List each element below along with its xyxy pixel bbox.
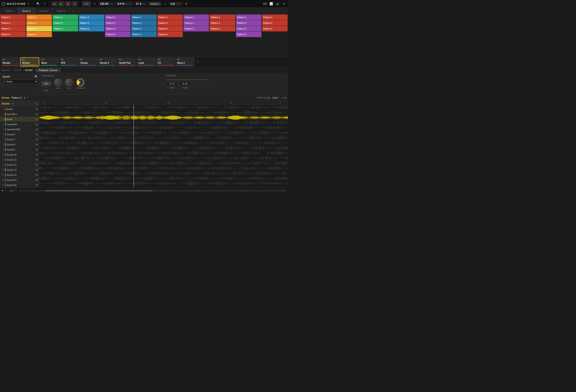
pattern-cell-0-1[interactable]: Pattern 2: [0, 20, 26, 26]
scroll-left-icon[interactable]: ◀: [23, 97, 25, 99]
sound-row-2[interactable]: 3 Synth: [0, 117, 39, 122]
group-tab-f1[interactable]: F1 Vocals 2: [98, 57, 117, 67]
sound-row-15[interactable]: 16 Sound 16: [0, 183, 39, 188]
pattern-cell-10-1[interactable]: Pattern 2: [262, 20, 288, 26]
pattern-cell-4-1[interactable]: Pattern 2: [105, 20, 131, 26]
pattern-cell-5-3[interactable]: Pattern 4: [131, 32, 157, 37]
sound-list-scroll[interactable]: ≡: [36, 102, 37, 105]
sound-row-14[interactable]: 15 Sound 15: [0, 177, 39, 183]
bpm-value[interactable]: 120.00: [100, 2, 108, 5]
pattern-cell-7-0[interactable]: Pattern 1: [183, 15, 209, 20]
scene-name[interactable]: Scene 2: [148, 2, 161, 6]
search-icon[interactable]: 🔍: [35, 75, 38, 78]
timeline-scrollbar[interactable]: [19, 190, 286, 192]
pattern-cell-6-3[interactable]: Pattern 4: [157, 32, 183, 37]
add-group-button[interactable]: +: [195, 60, 201, 64]
pattern-cell-2-1[interactable]: Pattern 2: [53, 20, 78, 26]
pattern-cell-1-3[interactable]: Pattern 4: [26, 32, 52, 37]
settings-button[interactable]: ⚙: [184, 1, 189, 6]
scene-tab-4[interactable]: Scene 4: [52, 8, 69, 14]
ni-button[interactable]: N: [281, 1, 286, 6]
loop-button[interactable]: ↺: [72, 1, 78, 6]
pattern-cell-9-1[interactable]: Pattern 2: [236, 20, 261, 26]
sound-row-11[interactable]: 12 Sound 12: [0, 162, 39, 167]
scene-tab-2[interactable]: Scene 2: [18, 8, 35, 14]
grid-icon[interactable]: ⠿: [27, 97, 28, 99]
group-tab-c1[interactable]: C1 Bass: [40, 57, 58, 67]
layout-button[interactable]: ▭: [163, 1, 168, 6]
tune-knob[interactable]: [65, 79, 73, 86]
master-tab[interactable]: MASTER: [2, 69, 11, 71]
group-tab-label[interactable]: GROUP: [14, 69, 22, 71]
pattern-cell-0-0[interactable]: Pattern 1: [0, 15, 26, 20]
sound-row-1[interactable]: 2 Kick 808 1: [0, 112, 39, 117]
pattern-cell-2-2[interactable]: Pattern 3: [53, 26, 78, 31]
pattern-cell-0-2[interactable]: Pattern 3: [0, 26, 26, 31]
cpu-button[interactable]: 📊: [269, 1, 274, 6]
pattern-cell-3-0[interactable]: Pattern 1: [79, 15, 104, 20]
grid-value-bottom[interactable]: 1/16: [9, 190, 13, 192]
add-scene-button[interactable]: +: [70, 8, 77, 14]
group-tab-g1[interactable]: G1 Synth Pad: [117, 57, 136, 67]
power-button[interactable]: ⏻: [275, 1, 280, 6]
mode-button[interactable]: Gate: [42, 81, 51, 86]
mixer-button[interactable]: ⠿: [42, 1, 47, 6]
group-tab-e1[interactable]: E1 Vocals: [78, 57, 97, 67]
pattern-cell-8-3[interactable]: [210, 32, 235, 37]
pitchbend-knob[interactable]: [77, 79, 84, 86]
sound-row-5[interactable]: 6 Sound 6: [0, 132, 39, 137]
group-tab-b2[interactable]: B2 Bass 2: [175, 57, 194, 67]
pattern-cell-5-0[interactable]: Pattern 1: [131, 15, 157, 20]
playback-source-tab[interactable]: Playback / Source: [36, 68, 60, 72]
pattern-cell-8-0[interactable]: Pattern 1: [210, 15, 235, 20]
pattern-cell-3-3[interactable]: [79, 32, 104, 37]
fade-knob[interactable]: [54, 79, 62, 86]
sound-row-4[interactable]: 5 OpenHH 808: [0, 127, 39, 132]
pattern-cell-7-2[interactable]: Pattern 3: [183, 26, 209, 31]
length-value[interactable]: 16.00: [179, 82, 191, 86]
sig-value[interactable]: 4 / 4: [136, 2, 141, 5]
sound-row-6[interactable]: 7 Sound 7: [0, 137, 39, 142]
grid-value[interactable]: 1/16: [170, 2, 175, 5]
pattern-cell-8-1[interactable]: Pattern 2: [210, 20, 235, 26]
link-button[interactable]: LINK: [82, 1, 91, 6]
group-tab-d1[interactable]: D1 SFX: [59, 57, 78, 67]
pattern-cell-6-0[interactable]: Pattern 1: [157, 15, 183, 20]
app-version-arrow[interactable]: ▼: [27, 2, 29, 5]
pattern-cell-10-2[interactable]: Pattern 3: [262, 26, 288, 31]
pattern-cell-1-2[interactable]: Pattern 2: [26, 26, 52, 31]
pattern-cell-2-0[interactable]: Pattern 1: [53, 15, 78, 20]
pattern-cell-4-2[interactable]: Pattern 3: [105, 26, 131, 31]
pattern-cell-6-2[interactable]: Pattern 2: [157, 26, 183, 31]
pattern-cell-8-2[interactable]: Pattern 3: [210, 26, 235, 31]
select-tool[interactable]: ⬚: [5, 189, 7, 192]
record-button[interactable]: ⏺: [65, 1, 71, 6]
waveform-canvas[interactable]: [39, 105, 288, 188]
sound-row-13[interactable]: 14 Sound 14: [0, 172, 39, 177]
sound-row-0[interactable]: 1 Break: [0, 107, 39, 112]
sound-row-9[interactable]: 10 Sound 10: [0, 152, 39, 157]
keyboard-button[interactable]: ⌨: [262, 1, 267, 6]
pattern-cell-10-0[interactable]: Pattern 1: [262, 15, 288, 20]
sound-row-10[interactable]: 11 Sound 11: [0, 157, 39, 162]
pattern-cell-4-0[interactable]: Pattern 1: [105, 15, 131, 20]
group-tab-a1[interactable]: A1 Breaks: [1, 57, 20, 67]
group-tab-b1[interactable]: B1 Drums: [20, 57, 39, 67]
pattern-cell-9-3[interactable]: Pattern 4: [236, 32, 261, 37]
scene-tab-3[interactable]: Scene 3: [35, 8, 52, 14]
pattern-cell-3-1[interactable]: Pattern 2: [79, 20, 104, 26]
pattern-cell-1-0[interactable]: Pattern 1: [26, 15, 52, 20]
sound-row-12[interactable]: 13 Sound 13: [0, 167, 39, 172]
group-tab-a2[interactable]: A2 FX: [156, 57, 175, 67]
tempo-value[interactable]: 72.50: [166, 82, 177, 86]
rewind-button[interactable]: ⏮: [52, 1, 57, 6]
scene-tab-1[interactable]: Scene 1: [1, 8, 18, 14]
pattern-cell-10-3[interactable]: [262, 32, 288, 37]
pr-view-controls[interactable]: — ≡ ⊞: [279, 96, 286, 99]
pattern-cell-7-1[interactable]: Pattern 2: [183, 20, 209, 26]
pattern-cell-9-2[interactable]: Pattern 3: [236, 26, 261, 31]
pencil-tool[interactable]: ✏: [2, 189, 3, 192]
pattern-cell-3-2[interactable]: Pattern 3: [79, 26, 104, 31]
pattern-cell-0-3[interactable]: Pattern 4: [0, 32, 26, 37]
audio-type-selector[interactable]: 🎵 Audio ▼: [2, 80, 39, 84]
